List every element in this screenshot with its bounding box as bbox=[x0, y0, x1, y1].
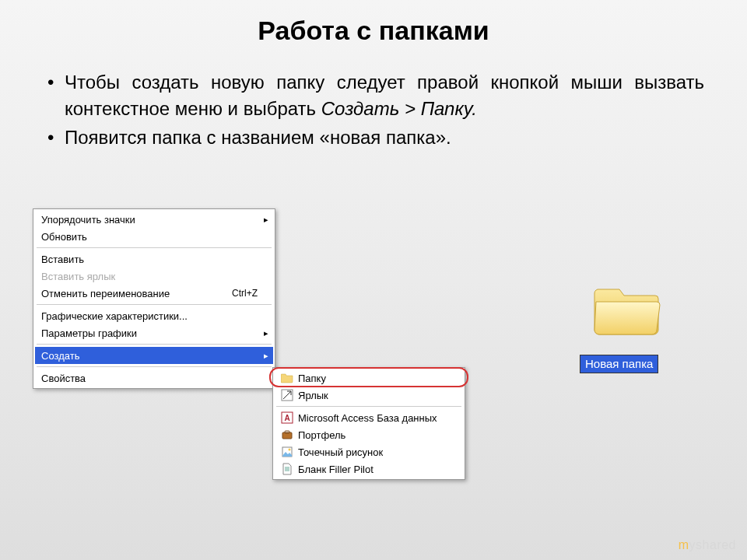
new-folder-label[interactable]: Новая папка bbox=[580, 355, 658, 373]
menu-paste-shortcut: Вставить ярлык bbox=[35, 268, 273, 285]
submenu-separator bbox=[276, 406, 461, 407]
menu-item-label: Отменить переименование bbox=[41, 288, 170, 299]
folder-icon bbox=[281, 372, 293, 384]
watermark-rest: yshared bbox=[689, 538, 736, 551]
menu-item-label: Обновить bbox=[41, 231, 87, 243]
menu-item-label: Графические характеристики... bbox=[41, 310, 188, 322]
document-icon bbox=[281, 463, 293, 475]
menu-properties[interactable]: Свойства bbox=[35, 369, 273, 387]
submenu-filler-pilot[interactable]: Бланк Filler Pilot bbox=[275, 460, 463, 478]
menu-separator bbox=[37, 344, 272, 345]
submenu-item-label: Microsoft Access База данных bbox=[298, 412, 437, 424]
new-folder-label-text: Новая папка bbox=[585, 357, 653, 370]
submenu-access[interactable]: A Microsoft Access База данных bbox=[275, 409, 463, 426]
large-folder-icon[interactable] bbox=[591, 280, 661, 338]
menu-item-label: Вставить ярлык bbox=[41, 271, 115, 282]
content-text: Чтобы создать новую папку следует правой… bbox=[0, 46, 747, 162]
bullet-list: Чтобы создать новую папку следует правой… bbox=[43, 69, 704, 151]
submenu-folder[interactable]: Папку bbox=[275, 369, 463, 387]
menu-undo-rename[interactable]: Отменить переименование Ctrl+Z bbox=[35, 285, 273, 302]
watermark-accent: m bbox=[679, 538, 689, 551]
submenu-briefcase[interactable]: Портфель bbox=[275, 426, 463, 443]
shortcut-icon bbox=[281, 389, 293, 401]
menu-paste[interactable]: Вставить bbox=[35, 250, 273, 268]
menu-item-label: Вставить bbox=[41, 254, 84, 265]
page-title: Работа с папками bbox=[0, 0, 747, 46]
menu-item-label: Упорядочить значки bbox=[41, 214, 135, 226]
menu-item-label: Создать bbox=[41, 350, 79, 362]
briefcase-icon bbox=[281, 429, 293, 441]
submenu-item-label: Точечный рисунок bbox=[298, 446, 383, 458]
menu-item-label: Параметры графики bbox=[41, 327, 137, 339]
menu-graphics-options[interactable]: Параметры графики bbox=[35, 324, 273, 341]
svg-text:A: A bbox=[284, 414, 289, 422]
submenu-item-label: Портфель bbox=[298, 429, 345, 441]
menu-separator bbox=[37, 247, 272, 248]
submenu-item-label: Папку bbox=[298, 373, 326, 384]
bullet-2-text: Появится папка с названием «новая папка»… bbox=[65, 127, 451, 148]
menu-separator bbox=[37, 304, 272, 305]
menu-item-shortcut: Ctrl+Z bbox=[232, 288, 258, 299]
submenu-item-label: Ярлык bbox=[298, 390, 328, 401]
menu-item-label: Свойства bbox=[41, 373, 86, 384]
menu-arrange-icons[interactable]: Упорядочить значки bbox=[35, 211, 273, 228]
bullet-1-italic: Создать > Папку. bbox=[321, 98, 477, 119]
svg-point-6 bbox=[289, 449, 291, 451]
bullet-1: Чтобы создать новую папку следует правой… bbox=[43, 69, 704, 121]
context-menu: Упорядочить значки Обновить Вставить Вст… bbox=[33, 208, 275, 389]
menu-separator bbox=[37, 366, 272, 367]
submenu-item-label: Бланк Filler Pilot bbox=[298, 464, 374, 475]
submenu-shortcut[interactable]: Ярлык bbox=[275, 387, 463, 404]
menu-refresh[interactable]: Обновить bbox=[35, 228, 273, 245]
submenu-bitmap[interactable]: Точечный рисунок bbox=[275, 443, 463, 460]
bitmap-icon bbox=[281, 446, 293, 458]
watermark: myshared bbox=[679, 538, 736, 552]
access-icon: A bbox=[281, 411, 293, 424]
submenu-create: Папку Ярлык A Microsoft Access База данн… bbox=[272, 367, 465, 480]
menu-create[interactable]: Создать bbox=[35, 347, 273, 364]
bullet-2: Появится папка с названием «новая папка»… bbox=[43, 124, 704, 151]
menu-graphics-properties[interactable]: Графические характеристики... bbox=[35, 307, 273, 324]
